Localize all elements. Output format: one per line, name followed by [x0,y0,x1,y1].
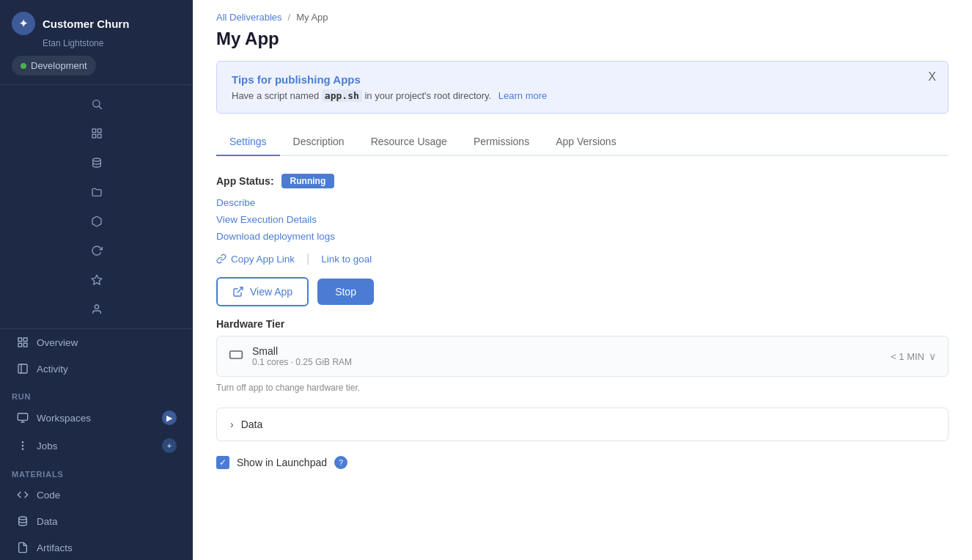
app-status-row: App Status: Running [216,174,949,188]
hardware-name: Small [252,345,882,357]
page-title: My App [193,23,972,61]
sidebar-item-code[interactable]: Code [4,482,188,507]
svg-line-31 [238,287,243,292]
svg-point-20 [22,449,23,449]
sidebar-item-artifacts[interactable]: Artifacts [4,535,188,560]
hardware-info: Small 0.1 cores · 0.25 GiB RAM [252,345,882,367]
sidebar-icon-data[interactable] [84,150,110,176]
workspaces-icon [16,411,29,424]
breadcrumb-current: My App [296,12,328,23]
main-content: All Deliverables / My App My App Tips fo… [193,0,972,560]
sidebar-item-jobs-label: Jobs [37,441,58,452]
sidebar-item-data-label: Data [37,516,58,527]
svg-point-19 [22,442,23,443]
tab-permissions[interactable]: Permissions [460,128,542,156]
materials-section-label: MATERIALS [0,460,193,482]
sidebar-item-overview[interactable]: Overview [4,330,188,355]
launchpad-help-icon[interactable]: ? [334,456,347,469]
download-logs-link[interactable]: Download deployment logs [216,231,949,242]
svg-point-18 [22,445,23,446]
tips-text-after: in your project's root directory. [364,90,491,101]
tips-close-button[interactable]: X [928,70,936,84]
svg-rect-15 [18,413,27,420]
env-badge[interactable]: Development [12,56,96,75]
env-status-dot [21,63,26,69]
svg-point-8 [95,305,98,309]
breadcrumb: All Deliverables / My App [193,0,972,23]
sidebar-icon-nav [0,85,193,329]
sidebar-icon-folder[interactable] [84,179,110,205]
user-name: Etan Lightstone [43,38,181,48]
svg-rect-12 [23,343,27,347]
data-chevron-icon: › [230,419,234,430]
sidebar-icon-box[interactable] [84,208,110,235]
sidebar-item-activity[interactable]: Activity [4,356,188,381]
svg-rect-3 [97,129,101,133]
svg-point-21 [19,517,27,520]
sidebar-item-activity-label: Activity [37,364,68,375]
data-section: › Data [216,408,949,441]
svg-rect-32 [230,351,243,358]
svg-rect-9 [18,338,22,342]
copy-app-link[interactable]: Copy App Link [216,254,295,265]
tab-settings[interactable]: Settings [216,128,280,156]
tips-code: app.sh [322,89,362,102]
tips-banner: Tips for publishing Apps Have a script n… [216,61,949,114]
data-icon [16,515,29,528]
tab-bar: Settings Description Resource Usage Perm… [216,128,949,156]
action-link-sep: | [306,252,309,265]
hardware-time: < 1 MIN ∨ [891,350,936,362]
overview-icon [16,336,29,349]
env-label: Development [31,60,87,71]
logo-icon: ✦ [12,12,35,35]
svg-rect-2 [92,129,96,133]
tips-text: Have a script named app.sh in your proje… [232,90,933,101]
sidebar-icon-grid[interactable] [84,120,110,147]
hardware-note: Turn off app to change hardware tier. [216,383,949,393]
view-app-label: View App [250,286,292,298]
svg-point-0 [92,100,99,107]
sidebar-item-artifacts-label: Artifacts [37,542,73,553]
action-buttons-row: View App Stop [216,277,949,306]
data-section-label: Data [241,419,263,430]
logo-row: ✦ Customer Churn [12,12,181,35]
launchpad-checkbox[interactable]: ✓ [216,456,229,469]
run-section-label: RUN [0,382,193,404]
app-status-label: App Status: [216,175,274,187]
sidebar-icon-search[interactable] [84,91,110,117]
tab-resource-usage[interactable]: Resource Usage [358,128,460,156]
view-app-button[interactable]: View App [216,277,309,306]
activity-icon [16,362,29,375]
sidebar-item-workspaces[interactable]: Workspaces ▶ [4,405,188,431]
sidebar-icon-tag[interactable] [84,267,110,293]
hardware-icon [229,347,243,366]
stop-button[interactable]: Stop [317,279,374,305]
sidebar-icon-refresh[interactable] [84,237,110,264]
running-badge: Running [281,174,335,188]
svg-rect-4 [92,134,96,138]
code-icon [16,488,29,501]
hardware-card[interactable]: Small 0.1 cores · 0.25 GiB RAM < 1 MIN ∨ [216,336,949,377]
tab-description[interactable]: Description [280,128,358,156]
hardware-chevron-icon: ∨ [929,350,936,362]
sidebar-item-data[interactable]: Data [4,509,188,534]
describe-link[interactable]: Describe [216,197,949,208]
sidebar-item-jobs[interactable]: Jobs + [4,432,188,459]
launchpad-label: Show in Launchpad [237,457,327,468]
tips-learn-more[interactable]: Learn more [498,90,547,101]
link-to-goal[interactable]: Link to goal [321,254,372,265]
view-execution-link[interactable]: View Execution Details [216,214,949,225]
tips-title: Tips for publishing Apps [232,73,933,86]
sidebar-item-workspaces-label: Workspaces [37,413,91,424]
breadcrumb-all-deliverables[interactable]: All Deliverables [216,12,282,23]
data-section-header[interactable]: › Data [217,408,948,441]
jobs-icon [16,439,29,452]
action-links-row: Copy App Link | Link to goal [216,252,949,265]
svg-point-6 [92,158,100,161]
jobs-add-badge[interactable]: + [162,438,177,453]
svg-line-1 [99,106,102,109]
content-area: Tips for publishing Apps Have a script n… [193,61,972,560]
tab-app-versions[interactable]: App Versions [542,128,630,156]
sidebar-icon-user[interactable] [84,296,110,323]
hardware-label: Hardware Tier [216,318,949,330]
